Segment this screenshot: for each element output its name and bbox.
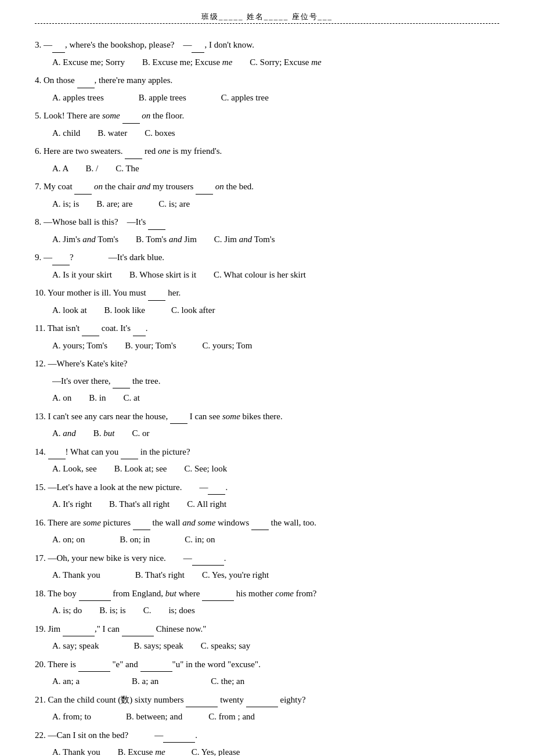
q16-options: A. on; on B. on; in C. in; on bbox=[52, 532, 499, 548]
q12-blank bbox=[113, 380, 130, 388]
question-3: 3. —, where's the bookshop, please? —, I… bbox=[35, 38, 499, 53]
question-13: 13. I can't see any cars near the house,… bbox=[35, 409, 499, 424]
q9-options: A. Is it your skirt B. Whose skirt is it… bbox=[52, 268, 499, 283]
q14-opt: A. Look, see B. Look at; see C. See; loo… bbox=[52, 464, 227, 473]
q6-opt: A. A B. / C. The bbox=[52, 164, 139, 173]
q12-text3: the tree. bbox=[130, 376, 160, 386]
q3-options: A. Excuse me; Sorry B. Excuse me; Excuse… bbox=[52, 55, 499, 70]
q14-text: 14. bbox=[35, 447, 48, 456]
q10-options: A. look at B. look like C. look after bbox=[52, 303, 499, 318]
question-5: 5. Look! There are some on the floor. bbox=[35, 109, 499, 124]
q19-text: 19. Jim bbox=[35, 624, 63, 633]
q11-text2: coat. It's bbox=[99, 323, 133, 333]
q11-text: 11. That isn't bbox=[35, 323, 82, 333]
q9-blank bbox=[52, 257, 70, 265]
q3-opt: A. Excuse me; Sorry B. Excuse me; Excuse… bbox=[52, 57, 322, 67]
q15-opt: A. It's right B. That's all right C. All… bbox=[52, 499, 226, 509]
q22-text2: . bbox=[195, 730, 197, 740]
question-10: 10. Your mother is ill. You must her. bbox=[35, 286, 499, 301]
q20-blank1 bbox=[78, 663, 110, 672]
q17-text2: . bbox=[224, 553, 226, 563]
q14-blank1 bbox=[48, 451, 66, 459]
q3-text1: , where's the bookshop, please? — bbox=[65, 40, 192, 49]
q18-options: A. is; do B. is; is C. is; does bbox=[52, 603, 499, 618]
q12-opt: A. on B. in C. at bbox=[52, 393, 140, 402]
q15-options: A. It's right B. That's all right C. All… bbox=[52, 497, 499, 512]
q9-opt: A. Is it your skirt B. Whose skirt is it… bbox=[52, 270, 306, 279]
question-21: 21. Can the child count (数) sixty number… bbox=[35, 693, 499, 708]
question-14: 14. ! What can you in the picture? bbox=[35, 445, 499, 460]
q10-blank bbox=[148, 292, 165, 301]
q4-options: A. apples trees B. apple trees C. apples… bbox=[52, 91, 499, 106]
q17-text: 17. —Oh, your new bike is very nice. — bbox=[35, 553, 192, 563]
q18-opt: A. is; do B. is; is C. is; does bbox=[52, 606, 195, 615]
q17-blank bbox=[192, 557, 224, 566]
questions-container: 3. —, where's the bookshop, please? —, I… bbox=[35, 38, 499, 756]
q19-blank1 bbox=[63, 628, 95, 636]
q12-text2: —It's over there, bbox=[52, 376, 113, 386]
q22-text: 22. —Can I sit on the bed? — bbox=[35, 730, 163, 740]
question-19: 19. Jim ," I can Chinese now." bbox=[35, 622, 499, 637]
q17-opt: A. Thank you B. That's right C. Yes, you… bbox=[52, 570, 269, 579]
q21-opt: A. from; to B. between; and C. from ; an… bbox=[52, 712, 255, 721]
q18-blank2 bbox=[202, 592, 234, 601]
question-22: 22. —Can I sit on the bed? —. bbox=[35, 728, 499, 743]
q19-blank2 bbox=[122, 628, 154, 636]
q13-text2: I can see some bikes there. bbox=[187, 412, 283, 421]
q11-text3: . bbox=[146, 323, 148, 333]
q10-text: 10. Your mother is ill. You must bbox=[35, 288, 148, 297]
q21-text2: twenty bbox=[218, 695, 246, 704]
q5-text2: on the floor. bbox=[140, 111, 185, 120]
q20-opt: A. an; a B. a; an C. the; an bbox=[52, 676, 244, 686]
q21-text: 21. Can the child count (数) sixty number… bbox=[35, 695, 186, 704]
q19-text3: Chinese now." bbox=[154, 624, 207, 633]
q16-text2: the wall and some windows bbox=[150, 518, 251, 527]
q20-text3: "u" in the word "excuse". bbox=[172, 660, 261, 669]
q22-opt: A. Thank you B. Excuse me C. Yes, please bbox=[52, 747, 240, 756]
question-20: 20. There is "e" and "u" in the word "ex… bbox=[35, 657, 499, 672]
q19-text2: ," I can bbox=[95, 624, 122, 633]
question-7: 7. My coat on the chair and my trousers … bbox=[35, 179, 499, 195]
q14-text3: in the picture? bbox=[138, 447, 190, 456]
q11-blank2 bbox=[133, 327, 146, 336]
q9-text: 9. — bbox=[35, 253, 52, 262]
q11-opt: A. yours; Tom's B. your; Tom's C. yours;… bbox=[52, 341, 252, 350]
q19-opt: A. say; speak B. says; speak C. speaks; … bbox=[52, 641, 250, 650]
question-18: 18. The boy from England, but where his … bbox=[35, 586, 499, 602]
q6-options: A. A B. / C. The bbox=[52, 161, 499, 177]
q14-text2: ! What can you bbox=[66, 447, 121, 456]
q16-text: 16. There are some pictures bbox=[35, 518, 133, 527]
q21-blank2 bbox=[246, 699, 278, 707]
q21-options: A. from; to B. between; and C. from ; an… bbox=[52, 710, 499, 725]
q5-options: A. child B. water C. boxes bbox=[52, 126, 499, 141]
q5-opt: A. child B. water C. boxes bbox=[52, 128, 175, 138]
q18-text2: from England, but where bbox=[111, 589, 202, 598]
q14-blank2 bbox=[121, 451, 138, 459]
q12-options: A. on B. in C. at bbox=[52, 391, 499, 406]
q20-options: A. an; a B. a; an C. the; an bbox=[52, 674, 499, 689]
q16-opt: A. on; on B. on; in C. in; on bbox=[52, 535, 215, 544]
question-16: 16. There are some pictures the wall and… bbox=[35, 516, 499, 531]
q7-blank2 bbox=[196, 186, 213, 195]
q12-line2: —It's over there, the tree. bbox=[52, 374, 499, 389]
q18-text3: his mother come from? bbox=[234, 589, 316, 598]
question-9: 9. —? —It's dark blue. bbox=[35, 250, 499, 265]
q15-blank bbox=[208, 486, 225, 495]
q19-options: A. say; speak B. says; speak C. speaks; … bbox=[52, 639, 499, 654]
q7-blank1 bbox=[74, 186, 92, 195]
q7-options: A. is; is B. are; are C. is; are bbox=[52, 197, 499, 212]
q3-blank1 bbox=[52, 44, 65, 53]
q7-text: 7. My coat bbox=[35, 182, 74, 191]
q6-blank bbox=[125, 150, 142, 159]
q12-text: 12. —Where's Kate's kite? bbox=[35, 359, 128, 368]
question-15: 15. —Let's have a look at the new pictur… bbox=[35, 480, 499, 495]
page-header: 班级_____ 姓名_____ 座位号___ bbox=[35, 12, 499, 24]
q18-text: 18. The boy bbox=[35, 589, 79, 598]
q4-text2: , there're many apples. bbox=[95, 75, 173, 85]
q8-text: 8. —Whose ball is this? —It's bbox=[35, 217, 148, 226]
question-8: 8. —Whose ball is this? —It's bbox=[35, 215, 499, 230]
q4-opt: A. apples trees B. apple trees C. apples… bbox=[52, 93, 269, 102]
q4-text: 4. On those bbox=[35, 75, 77, 85]
q7-text2: on the chair and my trousers bbox=[92, 182, 196, 191]
q13-text: 13. I can't see any cars near the house, bbox=[35, 412, 170, 421]
